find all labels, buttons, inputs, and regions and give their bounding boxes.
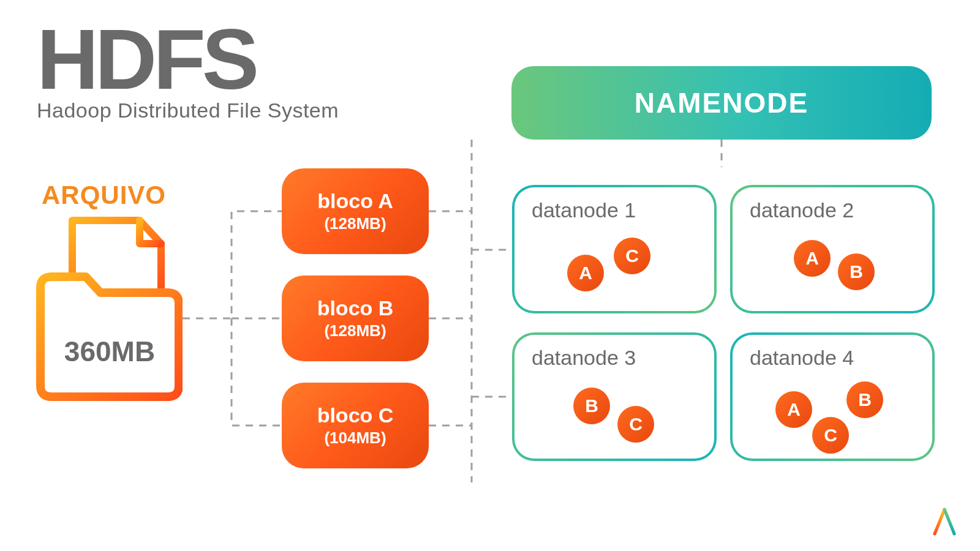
diagram-stage: HDFS Hadoop Distributed File System ARQU…: [0, 0, 980, 551]
title-block: HDFS Hadoop Distributed File System: [37, 18, 339, 122]
arquivo-label: ARQUIVO: [42, 181, 166, 210]
file-folder-icon: 360MB: [29, 214, 183, 404]
block-a-size: (128MB): [324, 214, 386, 233]
datanode-1: datanode 1 A C: [512, 185, 717, 313]
datanode-3: datanode 3 B C: [512, 332, 717, 461]
block-b-name: bloco B: [317, 296, 394, 320]
chip: C: [812, 417, 849, 454]
datanode-3-label: datanode 3: [532, 346, 636, 370]
block-a-name: bloco A: [317, 189, 393, 213]
connector-blocks-to-namenode: [429, 140, 514, 495]
connector-file-to-blocks: [183, 184, 287, 478]
block-c-size: (104MB): [324, 429, 386, 448]
datanode-4: datanode 4 A B C: [730, 332, 935, 461]
block-b-size: (128MB): [324, 321, 386, 340]
namenode-box: NAMENODE: [511, 66, 932, 140]
datanode-1-label: datanode 1: [532, 198, 636, 222]
chip: C: [614, 238, 650, 274]
datanode-2-label: datanode 2: [750, 198, 854, 222]
block-c-name: bloco C: [317, 403, 394, 427]
title-sub: Hadoop Distributed File System: [37, 99, 339, 122]
chip: B: [846, 381, 883, 418]
datanode-2: datanode 2 A B: [730, 185, 935, 313]
block-a: bloco A (128MB): [282, 168, 429, 254]
chip: B: [838, 253, 875, 290]
chip: B: [573, 388, 610, 424]
chip: A: [775, 391, 812, 428]
arquivo-size-text: 360MB: [64, 335, 155, 367]
namenode-label: NAMENODE: [635, 86, 809, 119]
chip: A: [567, 255, 604, 291]
chip: A: [794, 240, 831, 277]
chip: C: [617, 406, 654, 443]
datanode-4-label: datanode 4: [750, 346, 854, 370]
block-c: bloco C (104MB): [282, 383, 429, 468]
title-main: HDFS: [37, 18, 339, 100]
block-b: bloco B (128MB): [282, 276, 429, 361]
brand-logo-icon: [931, 507, 958, 536]
